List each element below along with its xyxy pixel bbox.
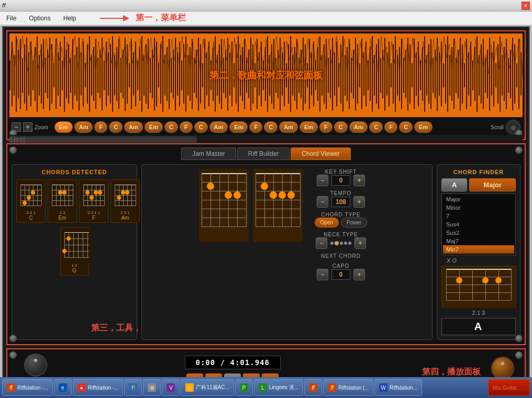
menu-file[interactable]: File [2,14,20,23]
taskbar-chrome[interactable]: ● Riffstation -... [73,379,124,396]
quality-maj7[interactable]: Maj7 [443,237,514,245]
tempo-minus[interactable]: − [317,196,328,208]
taskbar-ie[interactable]: e [54,379,72,396]
chord-chip-15[interactable]: F [319,121,332,133]
chord-chip-9[interactable]: Am [209,121,228,133]
taskbar-word[interactable]: W Riffstation... [374,379,422,396]
taskbar-parrot1[interactable]: P [235,379,253,396]
taskbar-tool[interactable]: ⚙ [143,379,161,396]
chord-chip-1[interactable]: Am [74,121,93,133]
chord-diagram-am[interactable]: 2 3 1 Am [110,179,140,223]
chord-chip-2[interactable]: F [94,121,107,133]
svg-rect-176 [374,55,375,95]
svg-point-287 [62,190,66,195]
svg-rect-340 [202,226,246,227]
finder-key-btn[interactable]: A [441,178,467,191]
taskbar-text-5: Riffstation |... [338,385,369,391]
svg-rect-76 [164,55,165,95]
quality-7[interactable]: 7 [443,212,514,220]
svg-point-300 [94,190,98,195]
svg-rect-257 [23,138,23,141]
tools-body: CHORDS DETECTED [7,160,525,344]
chord-label-am: Am [113,215,138,221]
app-icon: ff [2,3,5,8]
chord-chip-18[interactable]: C [369,121,383,133]
quality-sus2[interactable]: Sus2 [443,229,514,237]
quality-major[interactable]: Major [443,195,514,203]
waveform-display[interactable]: // Generate waveform bars as SVG inline [9,33,523,117]
svg-rect-369 [446,269,511,270]
chord-chip-8[interactable]: C [194,121,208,133]
chord-diagram-f[interactable]: 3 3 1 1 F [79,179,108,223]
key-shift-plus[interactable]: + [353,175,365,186]
time-display: 0:00 / 4:01.946 [185,356,281,369]
chord-chip-11[interactable]: F [249,121,262,133]
neck-minus[interactable]: − [316,237,327,249]
finder-quality-btn[interactable]: Major [469,178,516,191]
taskbar-vs[interactable]: V [162,379,180,396]
taskbar-riffstation1[interactable]: ff Riffstation -... [2,379,53,396]
chord-chip-4[interactable]: Am [124,121,143,133]
svg-rect-282 [60,185,61,206]
taskbar-guitar[interactable]: bbs.Guitar... [488,379,530,396]
zoom-plus-btn[interactable]: + [23,122,32,132]
chord-chip-7[interactable]: F [180,121,193,133]
chord-chip-5[interactable]: Em [145,121,163,133]
chord-chip-10[interactable]: Em [229,121,248,133]
taskbar-face[interactable]: ☺ 广科11届AC... [181,379,234,396]
svg-rect-164 [349,39,350,109]
chord-type-open[interactable]: Open [315,218,339,228]
capo-plus[interactable]: + [353,269,365,280]
tempo-plus[interactable]: + [353,196,365,208]
svg-rect-41 [91,55,92,95]
chord-chip-12[interactable]: C [264,121,278,133]
tab-jam-master[interactable]: Jam Master [181,147,236,160]
quality-min7[interactable]: Min7 [443,245,514,254]
chord-chip-14[interactable]: Em [300,121,318,133]
svg-rect-296 [92,185,92,206]
tab-riff-builder[interactable]: Riff Builder [237,147,290,160]
quality-minor[interactable]: Minor [443,203,514,212]
volume-knob[interactable] [491,357,514,380]
chord-chip-16[interactable]: C [334,121,348,133]
chord-chip-19[interactable]: F [384,121,397,133]
taskbar-riffstation2[interactable]: ff Riffstation |... [323,379,373,396]
svg-rect-216 [458,50,459,98]
chord-chip-0[interactable]: Em [54,121,73,133]
chord-diagram-c[interactable]: 3 2 1 C [16,179,46,223]
capo-minus[interactable]: − [317,269,328,280]
finder-fretboard [441,266,516,308]
svg-rect-232 [491,52,492,96]
svg-rect-344 [228,173,229,226]
svg-rect-62 [135,41,136,106]
chord-type-power[interactable]: Power [341,218,367,228]
chord-chip-17[interactable]: Am [349,121,368,133]
chord-chip-3[interactable]: C [109,121,123,133]
chord-diagram-em[interactable]: 2 3 Em [48,179,77,223]
taskbar-lingoes[interactable]: L Lingoes 灵... [254,379,303,396]
chord-diagram-g[interactable]: 1 2 G [60,227,89,276]
tab-chord-viewer[interactable]: Chord Viewer [291,147,350,160]
chord-chip-20[interactable]: C [399,121,413,133]
taskbar-py[interactable]: P [124,379,142,396]
taskbar-ff2[interactable]: ff [304,379,322,396]
scroll-label: Scroll [491,124,504,130]
key-shift-minus[interactable]: − [317,175,328,186]
svg-rect-228 [483,39,484,109]
chord-chip-13[interactable]: Am [279,121,298,133]
close-button[interactable]: ✕ [522,2,530,10]
chord-chip-6[interactable]: C [164,121,178,133]
neck-dot-3 [340,242,343,245]
svg-rect-183 [389,41,390,106]
tempo-row: − 108 + [307,196,375,208]
svg-rect-217 [460,38,461,110]
neck-plus[interactable]: + [354,237,366,249]
svg-rect-46 [102,38,103,110]
svg-rect-95 [204,39,205,109]
play-screw-tl [9,351,17,359]
quality-sus4[interactable]: Sus4 [443,220,514,229]
chord-chip-21[interactable]: Em [414,121,433,133]
menu-options[interactable]: Options [25,14,54,23]
metronome-knob[interactable] [24,354,47,377]
menu-help[interactable]: Help [59,14,81,23]
